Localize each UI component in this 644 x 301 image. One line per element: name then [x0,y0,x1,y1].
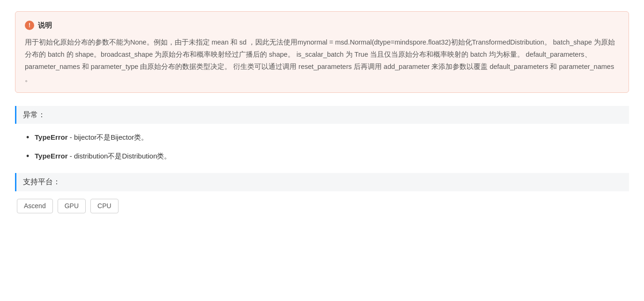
list-item: TypeError - distribution不是Distribution类。 [26,150,629,162]
notice-box: ! 说明 用于初始化原始分布的参数不能为None。例如，由于未指定 mean 和… [15,11,629,93]
exceptions-heading: 异常： [15,106,629,124]
notice-content: 用于初始化原始分布的参数不能为None。例如，由于未指定 mean 和 sd ，… [25,36,619,85]
list-item: TypeError - bijector不是Bijector类。 [26,131,629,143]
error-type-2: TypeError [35,152,68,160]
platform-tags: Ascend GPU CPU [15,199,629,214]
notice-header: ! 说明 [25,19,619,31]
error-list: TypeError - bijector不是Bijector类。 TypeErr… [15,131,629,162]
notice-title: 说明 [38,19,52,31]
platform-tag-cpu: CPU [90,199,118,214]
error-desc-2: - distribution不是Distribution类。 [68,152,171,160]
error-desc-1: - bijector不是Bijector类。 [68,133,148,141]
error-type-1: TypeError [35,133,68,141]
notice-icon: ! [25,21,34,30]
platform-tag-ascend: Ascend [17,199,53,214]
platform-tag-gpu: GPU [58,199,86,214]
platform-section: 支持平台： Ascend GPU CPU [15,173,629,213]
exceptions-section: 异常： TypeError - bijector不是Bijector类。 Typ… [15,106,629,162]
platform-heading: 支持平台： [15,173,629,191]
